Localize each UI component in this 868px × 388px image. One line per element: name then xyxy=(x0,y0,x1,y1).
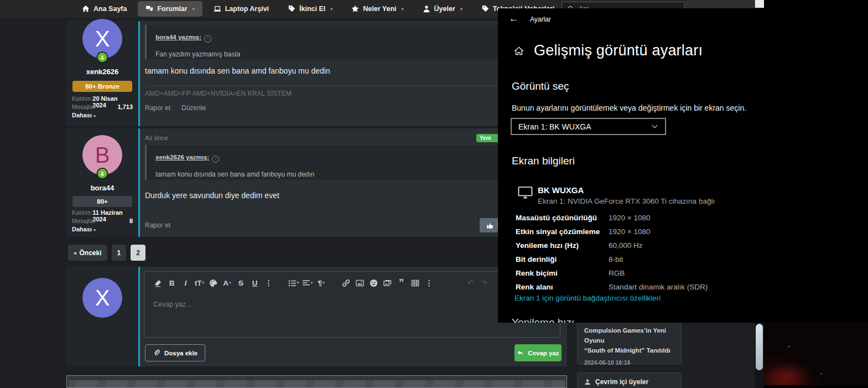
insert-media-icon[interactable] xyxy=(382,277,393,289)
scrollbar-thumb-top[interactable] xyxy=(755,0,764,8)
chevron-down-icon xyxy=(651,123,658,130)
back-button[interactable]: ← xyxy=(509,13,518,24)
post-1-user-column: X xenk2626 80+ Bronze Katılım: 20 Nisan … xyxy=(66,21,138,126)
attach-label: Dosya ekle xyxy=(164,350,197,356)
chevron-down-icon: ▾ xyxy=(193,7,195,12)
quote-author-link[interactable]: xenk2626 yazmış: xyxy=(155,154,209,161)
messages-value: 8 xyxy=(129,218,133,224)
reply-input-placeholder[interactable]: Cevap yaz... xyxy=(153,301,191,308)
quote-expand-icon[interactable]: ↑ xyxy=(204,35,211,43)
user-rank-badge: 80+ Bronze xyxy=(72,81,132,92)
user-rank-badge: 80+ xyxy=(72,196,132,207)
online-status-icon xyxy=(98,53,107,62)
info-row-bit-depth: Bit derinliği8-bit xyxy=(516,255,851,263)
post-message: tamam konu dısında sen bana amd fanboyu … xyxy=(145,66,330,75)
banner-artwork xyxy=(69,380,565,388)
more-options-icon[interactable]: ⋮ xyxy=(263,277,274,289)
info-label: Etkin sinyal çözümleme xyxy=(516,227,600,236)
star-icon xyxy=(351,5,359,13)
info-row-active-signal: Etkin sinyal çözümleme1920 × 1080 xyxy=(516,227,851,236)
strikethrough-button[interactable]: S xyxy=(235,277,247,289)
paperclip-icon xyxy=(153,349,160,356)
settings-title: Ayarlar xyxy=(530,15,551,23)
smilies-icon[interactable] xyxy=(368,277,380,289)
insert-quote-icon[interactable]: ” xyxy=(396,277,407,289)
bold-button[interactable]: B xyxy=(166,277,178,289)
font-size-button[interactable]: tT▾ xyxy=(194,277,205,289)
post-timestamp[interactable]: Az önce xyxy=(145,134,168,141)
display-select-dropdown[interactable]: Ekran 1: BK WUXGA xyxy=(511,118,666,135)
chevron-down-icon: ▾ xyxy=(330,7,332,12)
section-display-select: Görüntü seç xyxy=(512,80,569,92)
more-label: Dahası xyxy=(72,226,92,232)
alignment-button[interactable]: ▾ xyxy=(302,277,313,289)
more-options-icon[interactable]: ⋮ xyxy=(423,277,435,289)
username[interactable]: xenk2626 xyxy=(66,68,138,76)
underline-button[interactable]: U xyxy=(249,277,261,289)
tag-icon xyxy=(481,5,489,13)
display-adapter-link[interactable]: Ekran 1 için görüntü bağdaştırıcısı özel… xyxy=(514,294,661,302)
text-color-icon[interactable] xyxy=(207,277,219,289)
username[interactable]: bora44 xyxy=(66,184,138,192)
user-more-toggle[interactable]: Dahası ▾ xyxy=(72,112,96,118)
user-more-toggle[interactable]: Dahası ▾ xyxy=(72,226,96,232)
reply-user-column: X xyxy=(66,267,138,366)
info-label: Bit derinliği xyxy=(516,255,557,263)
nav-neler-yeni[interactable]: Neler Yeni ▾ xyxy=(344,0,411,18)
settings-home-icon[interactable] xyxy=(513,45,524,56)
nav-ikinci-el[interactable]: İkinci El ▾ xyxy=(280,0,340,18)
online-members-header: Çevrim içi üyeler xyxy=(578,373,681,388)
page-1-button[interactable]: 1 xyxy=(112,245,127,261)
online-status-icon xyxy=(98,169,107,178)
post-1: X xenk2626 80+ Bronze Katılım: 20 Nisan … xyxy=(66,21,567,126)
italic-button[interactable]: I xyxy=(180,277,191,289)
report-link[interactable]: Rapor et xyxy=(145,104,170,112)
nav-laptop-arsivi[interactable]: Laptop Arşivi xyxy=(206,0,277,18)
font-family-button[interactable]: A▾ xyxy=(221,277,233,289)
paragraph-format-button[interactable]: ¶▾ xyxy=(315,277,327,289)
info-value: 1920 × 1080 xyxy=(609,227,650,236)
list-button[interactable]: ▾ xyxy=(288,277,299,289)
info-value: Standart dinamik aralık (SDR) xyxy=(609,283,708,291)
info-label: Yenileme hızı (Hz) xyxy=(516,241,579,250)
insert-table-icon[interactable] xyxy=(409,277,421,289)
nav-forumlar[interactable]: Forumlar ▾ xyxy=(138,1,202,17)
laptop-icon xyxy=(214,5,221,13)
background-photo xyxy=(764,323,868,385)
nav-uyeler[interactable]: Üyeler ▾ xyxy=(415,0,470,18)
prev-page-button[interactable]: ◂ Önceki xyxy=(68,245,107,261)
thumbs-up-icon xyxy=(486,222,493,229)
person-icon xyxy=(423,5,430,13)
redo-icon[interactable]: ↷ xyxy=(479,277,490,289)
user-messages-row: Mesajlar: 8 xyxy=(72,218,133,224)
insert-link-icon[interactable] xyxy=(340,277,352,289)
font-size-glyph: tT xyxy=(195,279,202,287)
info-row-color-format: Renk biçimiRGB xyxy=(516,269,851,277)
sidebar-news-card[interactable]: Compulsion Games’in Yeni Oyunu “South of… xyxy=(577,319,682,364)
info-label: Masaüstü çözünürlüğü xyxy=(516,214,597,222)
undo-icon[interactable]: ↶ xyxy=(465,277,476,289)
avatar-initial: X xyxy=(95,27,110,51)
avatar[interactable]: B xyxy=(82,135,122,175)
insert-image-icon[interactable] xyxy=(354,277,366,289)
prev-label: Önceki xyxy=(80,249,102,257)
page-2-button[interactable]: 2 xyxy=(131,245,145,261)
attach-file-button[interactable]: Dosya ekle xyxy=(145,344,205,361)
report-link[interactable]: Rapor et xyxy=(145,221,170,229)
caret-down-icon: ▾ xyxy=(323,281,325,285)
remove-format-icon[interactable] xyxy=(152,277,164,289)
post-2: B bora44 80+ Katılım: 11 Haziran 2024 Me… xyxy=(66,128,567,237)
info-value: 1920 × 1080 xyxy=(609,214,650,222)
post-message: Durduk yere savundun diye dedim evet xyxy=(145,191,279,200)
scrollbar-thumb[interactable] xyxy=(756,324,763,370)
nav-ana-sayfa[interactable]: Ana Sayfa xyxy=(74,0,134,18)
quote-expand-icon[interactable]: ↑ xyxy=(212,156,219,163)
info-label: Renk alanı xyxy=(516,283,553,291)
info-value: 8-bit xyxy=(609,255,623,263)
avatar[interactable]: X xyxy=(82,19,122,59)
submit-reply-button[interactable]: Cevap yaz xyxy=(514,344,562,361)
edit-link[interactable]: Düzenle xyxy=(181,104,206,112)
avatar[interactable]: X xyxy=(82,278,122,318)
messages-label: Mesajlar: xyxy=(72,218,97,224)
quote-author-link[interactable]: bora44 yazmış: xyxy=(155,34,201,40)
